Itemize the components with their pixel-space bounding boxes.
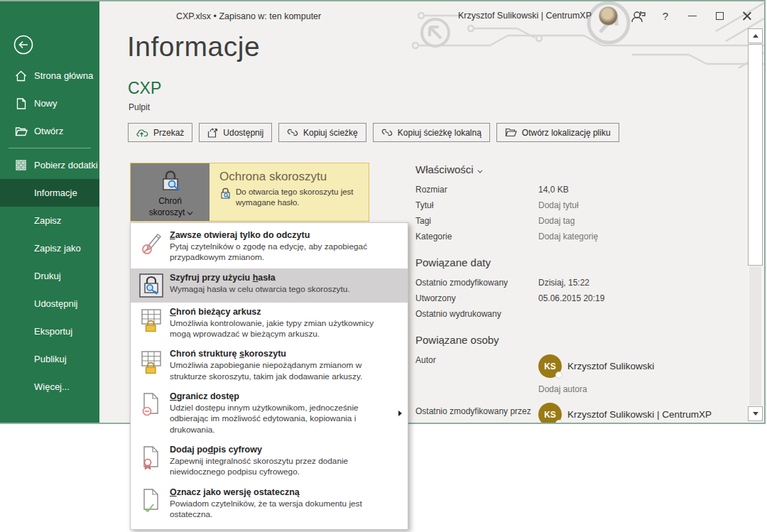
home-icon xyxy=(14,70,28,82)
file-name: CXP xyxy=(128,79,161,98)
upload-cloud-icon xyxy=(136,128,148,137)
add-category-field[interactable]: Dodaj kategorię xyxy=(538,232,598,241)
otworz-lokalizacje-pliku-button[interactable]: Otwórz lokalizację pliku xyxy=(496,123,619,142)
sidebar-item-udostepnij[interactable]: Udostępnij xyxy=(0,290,99,317)
menu-item-description: Powiadom czytelników, że ta wersja dokum… xyxy=(170,499,394,521)
scroll-up-button[interactable] xyxy=(748,28,763,43)
sidebar-item-label: Pobierz dodatki xyxy=(34,160,98,170)
add-tag-field[interactable]: Dodaj tag xyxy=(538,216,575,226)
protection-heading: Ochrona skoroszytu xyxy=(219,170,361,184)
sidebar-item-wiecej[interactable]: Więcej... xyxy=(0,373,99,401)
button-label: Przekaż xyxy=(153,128,184,138)
properties-heading[interactable]: Właściwości xyxy=(415,163,744,175)
scrollbar-thumb[interactable] xyxy=(748,44,763,266)
sidebar-item-label: Eksportuj xyxy=(34,326,72,337)
new-document-icon xyxy=(14,98,28,109)
share-icon xyxy=(207,128,218,138)
modified-by-name[interactable]: Krzysztof Sulikowski | CentrumXP xyxy=(567,409,712,420)
properties-panel: Właściwości Rozmiar 14,0 KB Tytuł Dodaj … xyxy=(415,163,744,424)
scroll-down-button[interactable] xyxy=(748,406,763,421)
sidebar-item-nowy[interactable]: Nowy xyxy=(0,89,99,117)
account-name[interactable]: Krzysztof Sulikowski | CentrumXP xyxy=(458,11,592,21)
back-arrow-icon xyxy=(13,35,33,55)
property-row: Tagi Dodaj tag xyxy=(415,213,744,229)
titlebar-controls: Krzysztof Sulikowski | CentrumXP ? xyxy=(458,1,760,30)
udostepnij-button[interactable]: Udostępnij xyxy=(199,123,272,142)
sidebar-item-informacje[interactable]: Informacje xyxy=(0,179,99,207)
small-lock-key-icon xyxy=(219,188,232,200)
maximize-button[interactable] xyxy=(706,6,733,26)
presence-dot xyxy=(555,371,562,379)
modified-by-person[interactable]: KS Krzysztof Sulikowski | CentrumXP xyxy=(538,403,712,424)
related-dates-heading: Powiązane daty xyxy=(415,256,744,268)
back-button[interactable] xyxy=(13,35,33,55)
mark-final-icon xyxy=(139,487,163,512)
date-row: Utworzony 05.06.2015 20:19 xyxy=(415,291,744,306)
menu-item-add-digital-signature[interactable]: Dodaj podpis cyfrowy Zapewnij integralno… xyxy=(131,440,408,483)
kopiuj-sciezke-lokalna-button[interactable]: Kopiuj ścieżkę lokalną xyxy=(373,123,490,142)
button-label: Otwórz lokalizację pliku xyxy=(522,128,611,138)
menu-item-protect-current-sheet[interactable]: Chroń bieżący arkusz Umożliwia kontrolow… xyxy=(131,303,408,345)
help-button[interactable]: ? xyxy=(652,6,679,26)
file-actions-toolbar: Przekaż Udostępnij Kopiuj ścieżkę Kopiuj… xyxy=(128,123,619,142)
protection-status: Ochrona skoroszytu Do otwarcia tego skor… xyxy=(210,163,369,221)
protect-structure-icon xyxy=(139,349,163,374)
modified-by-label: Ostatnio zmodyfikowany przez xyxy=(415,401,538,416)
sidebar-item-pobierz-dodatki[interactable]: Pobierz dodatki xyxy=(0,151,99,179)
vertical-scrollbar[interactable] xyxy=(748,28,763,423)
przekaz-button[interactable]: Przekaż xyxy=(128,123,192,142)
account-avatar-photo[interactable] xyxy=(599,6,618,26)
sidebar-item-label: Informacje xyxy=(34,188,77,198)
link-icon xyxy=(381,129,393,136)
menu-item-always-open-readonly[interactable]: Zawsze otwieraj tylko do odczytu Pytaj c… xyxy=(131,226,408,268)
menu-item-title: Dodaj podpis cyfrowy xyxy=(170,445,394,455)
sidebar-item-label: Nowy xyxy=(34,98,58,109)
chron-skoroszyt-button[interactable]: Chroń skoroszyt xyxy=(131,163,210,221)
sidebar-item-zapisz-jako[interactable]: Zapisz jako xyxy=(0,234,99,262)
date-row: Ostatnio zmodyfikowany Dzisiaj, 15:22 xyxy=(415,275,744,291)
scrollbar-track[interactable] xyxy=(749,266,761,406)
add-author-field[interactable]: Dodaj autora xyxy=(538,384,744,394)
close-icon xyxy=(742,11,751,21)
encrypt-password-icon xyxy=(139,273,163,298)
menu-item-mark-as-final[interactable]: Oznacz jako wersję ostateczną Powiadom c… xyxy=(131,483,408,526)
author-row: Autor KS Krzysztof Sulikowski xyxy=(415,352,744,378)
menu-item-description: Pytaj czytelników o zgodę na edycję, aby… xyxy=(170,241,394,264)
property-row: Tytuł Dodaj tytuł xyxy=(415,197,744,213)
date-label: Ostatnio zmodyfikowany xyxy=(415,278,538,288)
menu-item-encrypt-with-password[interactable]: Szyfruj przy użyciu hasła Wymagaj hasła … xyxy=(131,268,408,303)
sidebar-item-otworz[interactable]: Otwórz xyxy=(0,117,99,145)
presence-dot xyxy=(555,420,562,424)
button-label: Kopiuj ścieżkę xyxy=(303,128,358,138)
protect-sheet-icon xyxy=(139,307,163,332)
author-name[interactable]: Krzysztof Sulikowski xyxy=(567,361,654,371)
modified-by-row: Ostatnio zmodyfikowany przez KS Krzyszto… xyxy=(415,401,744,424)
sidebar-item-label: Udostępnij xyxy=(34,298,77,309)
chevron-down-icon xyxy=(477,168,482,173)
sidebar-item-eksportuj[interactable]: Eksportuj xyxy=(0,317,99,345)
add-title-field[interactable]: Dodaj tytuł xyxy=(538,200,579,210)
sidebar-item-zapisz[interactable]: Zapisz xyxy=(0,207,99,234)
menu-item-protect-workbook-structure[interactable]: Chroń strukturę skoroszytu Umożliwia zap… xyxy=(131,344,408,387)
scroll-down-icon xyxy=(753,412,758,416)
date-label: Utworzony xyxy=(415,293,538,303)
sidebar-item-drukuj[interactable]: Drukuj xyxy=(0,262,99,290)
sidebar-item-label: Drukuj xyxy=(34,271,61,281)
author-person[interactable]: KS Krzysztof Sulikowski xyxy=(538,354,654,378)
minimize-button[interactable] xyxy=(679,6,706,26)
author-avatar[interactable]: KS xyxy=(538,354,562,378)
related-people-heading: Powiązane osoby xyxy=(415,334,744,346)
sidebar-divider xyxy=(9,148,91,148)
property-label: Kategorie xyxy=(415,232,538,241)
close-button[interactable] xyxy=(733,6,760,26)
modified-by-avatar[interactable]: KS xyxy=(538,403,562,424)
sidebar-item-publikuj[interactable]: Publikuj xyxy=(0,345,99,373)
sidebar-item-strona-glowna[interactable]: Strona główna xyxy=(0,62,99,89)
protect-workbook-banner: Chroń skoroszyt Ochrona skoroszytu Do ot… xyxy=(130,163,369,222)
menu-item-title: Zawsze otwieraj tylko do odczytu xyxy=(170,230,394,240)
menu-item-restrict-access[interactable]: Ogranicz dostęp Udziel dostępu innym uży… xyxy=(131,387,408,440)
file-location: Pulpit xyxy=(129,102,150,112)
share-contact-button[interactable] xyxy=(625,6,652,26)
kopiuj-sciezke-button[interactable]: Kopiuj ścieżkę xyxy=(278,123,366,142)
menu-item-title: Szyfruj przy użyciu hasła xyxy=(170,273,394,283)
